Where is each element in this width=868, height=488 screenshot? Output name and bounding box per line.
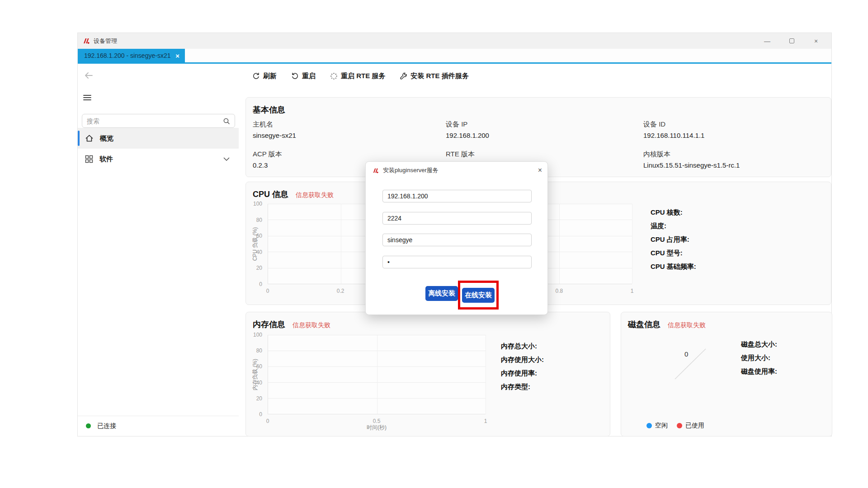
- dialog-logo-icon: [372, 168, 379, 174]
- legend-dot-blue-icon: [646, 423, 652, 428]
- stat-label: CPU 核数:: [651, 206, 696, 219]
- memory-x-axis-label: 时间(秒): [268, 424, 486, 432]
- error-text: 信息获取失败: [296, 191, 334, 199]
- minimize-button[interactable]: —: [763, 37, 772, 46]
- gridline-vertical: [559, 204, 560, 284]
- stat-label: 内存类型:: [501, 380, 544, 394]
- toolbar: 刷新 重启: [252, 72, 469, 80]
- field-value: Linux5.15.51-sinsegye-s1.5-rc.1: [643, 161, 827, 169]
- dialog-title: 安装pluginserver服务: [383, 166, 534, 174]
- disk-info-card: 磁盘信息 信息获取失败 0 磁盘总大小: 使用大小: 磁盘使用率:: [621, 312, 832, 436]
- maximize-icon: [789, 38, 794, 43]
- memory-chart-plot: [268, 335, 486, 414]
- stat-label: 磁盘使用率:: [741, 365, 777, 378]
- offline-install-button[interactable]: 离线安装: [425, 286, 458, 301]
- close-button[interactable]: ×: [811, 37, 821, 46]
- memory-y-ticks: 100 80 60 40 20 0: [246, 335, 265, 414]
- basic-info-header: 基本信息: [246, 98, 831, 115]
- y-tick: 100: [253, 201, 262, 207]
- sidebar-item-label: 概览: [100, 134, 113, 143]
- device-tab[interactable]: 192.168.1.200 - sinsegye-sx21 ×: [78, 49, 185, 62]
- y-tick: 80: [256, 347, 262, 354]
- memory-stats: 内存总大小: 内存使用大小: 内存使用率: 内存类型:: [501, 339, 544, 394]
- gridline-vertical: [632, 204, 632, 284]
- section-title: 内存信息: [253, 319, 285, 330]
- stat-label: CPU 型号:: [651, 246, 696, 260]
- toolbar-button-label: 刷新: [263, 72, 277, 80]
- toolbar-button-label: 重启: [302, 72, 316, 80]
- host-input[interactable]: [382, 190, 532, 202]
- legend-label: 空闲: [655, 422, 668, 430]
- search-box: [82, 114, 235, 128]
- back-button[interactable]: [84, 72, 93, 79]
- restart-rte-service-button[interactable]: 重启 RTE 服务: [330, 72, 385, 80]
- dialog-close-icon[interactable]: ×: [538, 166, 542, 174]
- x-tick: 1: [484, 418, 487, 424]
- home-icon: [85, 134, 94, 142]
- pie-label-line: [672, 346, 709, 382]
- cpu-y-ticks: 100 80 60 40 20 0: [246, 204, 265, 284]
- page: 设备管理 — × 192.168.1.200 - sinsegye-sx21 ×: [0, 0, 868, 488]
- sidebar-item-overview[interactable]: 概览: [78, 128, 239, 149]
- legend-item-free: 空闲: [646, 422, 668, 430]
- field-value: 192.168.110.114.1.1: [643, 131, 827, 139]
- y-tick: 80: [256, 217, 262, 223]
- stat-label: 使用大小:: [741, 351, 777, 365]
- legend-item-used: 已使用: [677, 422, 704, 430]
- tab-close-icon[interactable]: ×: [175, 52, 179, 60]
- port-input[interactable]: [382, 212, 532, 225]
- stat-label: CPU 基础频率:: [651, 260, 696, 273]
- x-tick: 0.8: [555, 288, 563, 294]
- legend-label: 已使用: [685, 422, 704, 430]
- field-kernel-version: 内核版本 Linux5.15.51-sinsegye-s1.5-rc.1: [643, 150, 827, 169]
- stat-label: 内存总大小:: [501, 339, 544, 353]
- x-tick: 1: [631, 288, 634, 294]
- x-tick: 0.2: [337, 288, 344, 294]
- gridline-vertical: [486, 335, 486, 414]
- dialog-header: 安装pluginserver服务 ×: [366, 162, 547, 174]
- field-label: 设备 IP: [446, 120, 643, 129]
- wrench-icon: [400, 72, 407, 80]
- install-rte-plugin-button[interactable]: 安装 RTE 插件服务: [400, 72, 468, 80]
- online-install-button[interactable]: 在线安装: [462, 288, 495, 303]
- restart-button[interactable]: 重启: [291, 72, 316, 80]
- memory-info-card: 内存信息 信息获取失败 内存负载 (%) 100 80 60 40 20 0: [245, 312, 610, 436]
- y-tick: 0: [259, 411, 262, 418]
- error-text: 信息获取失败: [292, 321, 330, 329]
- stat-label: 温度:: [651, 219, 696, 233]
- y-tick: 60: [256, 233, 262, 239]
- section-title: 磁盘信息: [628, 319, 660, 330]
- menu-toggle-button[interactable]: [83, 94, 91, 101]
- maximize-button[interactable]: [787, 37, 796, 46]
- y-tick: 60: [256, 363, 262, 370]
- hamburger-icon: [83, 94, 91, 101]
- section-title: CPU 信息: [253, 189, 288, 200]
- refresh-button[interactable]: 刷新: [252, 72, 277, 80]
- y-tick: 40: [256, 249, 262, 255]
- restart-icon: [291, 72, 299, 80]
- toolbar-button-label: 重启 RTE 服务: [341, 72, 385, 80]
- chevron-down-icon: [223, 157, 230, 161]
- password-input[interactable]: [382, 256, 532, 268]
- username-input[interactable]: [382, 234, 532, 246]
- section-title: 基本信息: [253, 104, 285, 115]
- window-title: 设备管理: [94, 37, 117, 45]
- tabbar: 192.168.1.200 - sinsegye-sx21 ×: [78, 49, 831, 64]
- field-label: 设备 ID: [643, 120, 827, 129]
- highlight-box: 在线安装: [458, 281, 499, 310]
- error-text: 信息获取失败: [668, 321, 706, 329]
- sidebar-item-software[interactable]: 软件: [78, 149, 239, 169]
- x-tick: 0.5: [373, 418, 381, 424]
- stat-label: 内存使用大小:: [501, 353, 544, 366]
- search-input[interactable]: [87, 117, 223, 125]
- search-icon: [223, 117, 230, 125]
- status-label: 已连接: [97, 422, 116, 430]
- window-controls: — ×: [763, 37, 827, 46]
- tab-label: 192.168.1.200 - sinsegye-sx21: [84, 52, 175, 59]
- field-label: 内核版本: [643, 150, 827, 159]
- spinner-icon: [330, 72, 338, 80]
- disk-stats: 磁盘总大小: 使用大小: 磁盘使用率:: [741, 338, 777, 378]
- field-label: ACP 版本: [253, 150, 446, 159]
- connection-status: 已连接: [78, 416, 239, 436]
- field-label: 主机名: [253, 120, 446, 129]
